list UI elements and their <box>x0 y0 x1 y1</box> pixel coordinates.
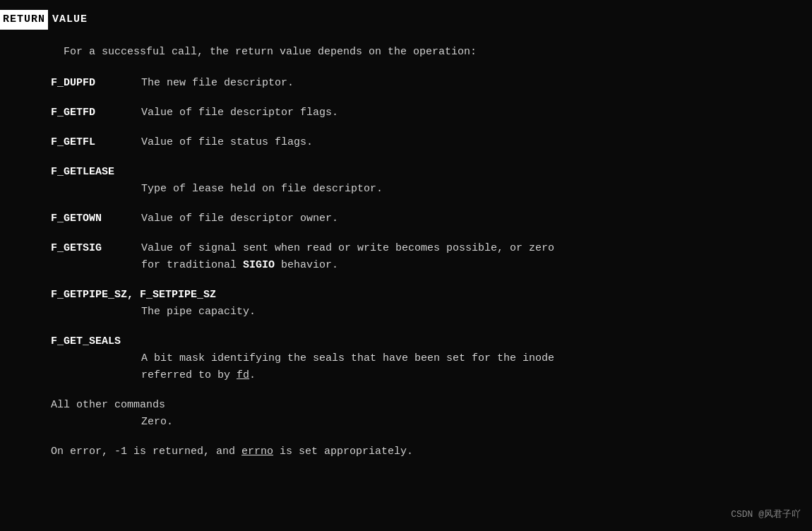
title-rest: VALUE <box>48 11 88 28</box>
key-f-getsig: F_GETSIG <box>51 240 141 257</box>
entry-f-get-seals: F_GET_SEALS A bit mask identifying the s… <box>51 333 812 384</box>
value-f-get-seals-line1: A bit mask identifying the seals that ha… <box>141 350 812 367</box>
sigio-bold: SIGIO <box>243 259 275 271</box>
entry-all-other: All other commands Zero. <box>51 397 812 431</box>
entry-f-dupfd: F_DUPFD The new file descriptor. <box>51 75 812 92</box>
key-f-getown: F_GETOWN <box>51 210 141 227</box>
key-f-getlease: F_GETLEASE <box>51 164 812 181</box>
main-content: For a successful call, the return value … <box>0 38 812 466</box>
watermark: CSDN @风君子吖 <box>731 508 801 523</box>
errno-link: errno <box>241 446 273 458</box>
value-f-getsig-line1: Value of signal sent when read or write … <box>141 240 554 257</box>
value-f-getfl: Value of file status flags. <box>141 134 313 151</box>
value-f-getsig-line2: for traditional SIGIO behavior. <box>141 257 812 274</box>
entry-f-getown: F_GETOWN Value of file descriptor owner. <box>51 210 812 227</box>
all-other-value: Zero. <box>141 414 812 431</box>
all-other-label: All other commands <box>51 397 812 414</box>
entry-f-getfd: F_GETFD Value of file descriptor flags. <box>51 105 812 121</box>
entry-f-getpipe-sz: F_GETPIPE_SZ, F_SETPIPE_SZ The pipe capa… <box>51 287 812 321</box>
terminal-window: RETURN VALUE For a successful call, the … <box>0 0 812 531</box>
title-boxed: RETURN <box>0 10 48 30</box>
value-f-get-seals-line2: referred to by fd. <box>141 367 812 384</box>
value-f-getpipe-sz: The pipe capacity. <box>141 304 812 321</box>
key-f-getfd: F_GETFD <box>51 105 141 121</box>
key-f-get-seals: F_GET_SEALS <box>51 333 812 350</box>
entry-f-getlease: F_GETLEASE Type of lease held on file de… <box>51 164 812 198</box>
error-pre: On error, -1 is returned, and <box>51 446 241 458</box>
section-header: RETURN VALUE <box>0 7 812 32</box>
key-f-getfl: F_GETFL <box>51 134 141 151</box>
intro-line: For a successful call, the return value … <box>64 44 812 61</box>
error-post: is set appropriately. <box>273 446 413 458</box>
fd-underline: fd <box>237 369 249 381</box>
value-f-getfd: Value of file descriptor flags. <box>141 105 338 121</box>
key-f-getpipe-sz: F_GETPIPE_SZ, F_SETPIPE_SZ <box>51 287 812 304</box>
f-getsig-line1-row: F_GETSIG Value of signal sent when read … <box>51 240 812 257</box>
key-f-dupfd: F_DUPFD <box>51 75 141 92</box>
entry-f-getsig: F_GETSIG Value of signal sent when read … <box>51 240 812 274</box>
value-f-getown: Value of file descriptor owner. <box>141 210 338 227</box>
entry-f-getfl: F_GETFL Value of file status flags. <box>51 134 812 151</box>
value-f-dupfd: The new file descriptor. <box>141 75 294 92</box>
value-f-getlease: Type of lease held on file descriptor. <box>141 181 812 198</box>
error-line: On error, -1 is returned, and errno is s… <box>51 443 812 460</box>
